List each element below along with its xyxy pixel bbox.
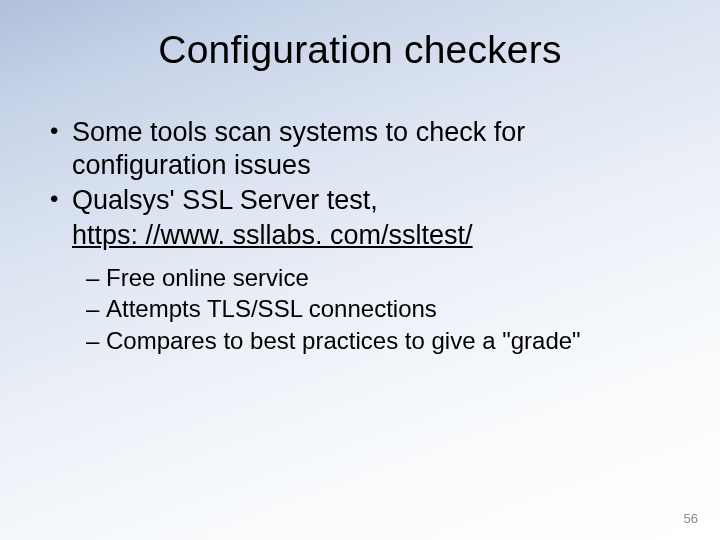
sub-bullet-item: Free online service — [86, 262, 680, 294]
bullet-link-line: https: //www. ssllabs. com/ssltest/ — [42, 219, 680, 252]
bullet-item: Some tools scan systems to check for con… — [42, 116, 680, 182]
sub-bullet-item: Compares to best practices to give a "gr… — [86, 325, 680, 357]
ssl-test-link[interactable]: https: //www. ssllabs. com/ssltest/ — [72, 219, 473, 252]
slide-title: Configuration checkers — [40, 28, 680, 72]
page-number: 56 — [684, 511, 698, 526]
sub-bullet-item: Attempts TLS/SSL connections — [86, 293, 680, 325]
bullet-item: Qualsys' SSL Server test, — [42, 184, 680, 217]
bullet-text-prefix: Qualsys' SSL Server test, — [72, 185, 378, 215]
slide-content: Some tools scan systems to check for con… — [40, 116, 680, 357]
sub-bullet-list: Free online service Attempts TLS/SSL con… — [42, 262, 680, 357]
main-bullet-list: Some tools scan systems to check for con… — [42, 116, 680, 217]
slide: Configuration checkers Some tools scan s… — [0, 0, 720, 540]
